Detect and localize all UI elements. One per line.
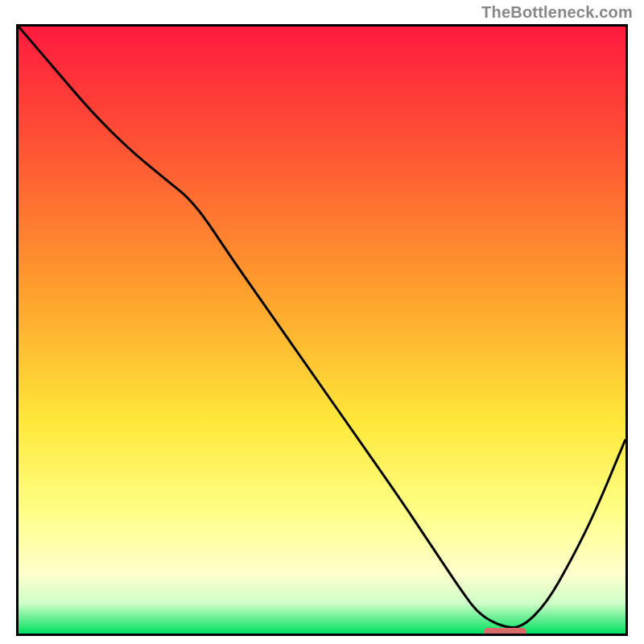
plot-svg bbox=[19, 27, 625, 634]
optimal-marker bbox=[484, 628, 526, 636]
plot-area bbox=[16, 24, 628, 636]
watermark-text: TheBottleneck.com bbox=[481, 3, 633, 22]
gradient-fill bbox=[19, 27, 625, 634]
chart-frame: TheBottleneck.com bbox=[0, 0, 644, 644]
